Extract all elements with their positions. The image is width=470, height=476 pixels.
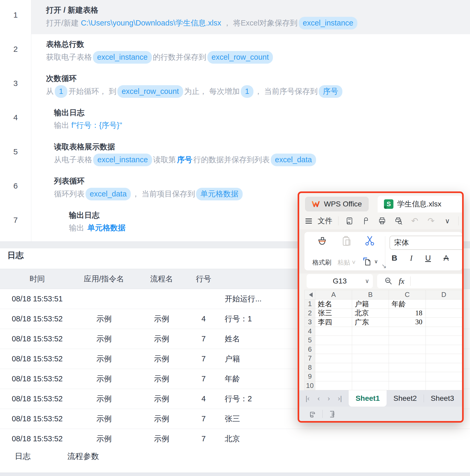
search-icon[interactable] [384, 277, 393, 286]
select-all-corner[interactable] [305, 290, 315, 300]
macro-icon[interactable] [308, 409, 317, 418]
cut-icon[interactable] [364, 235, 375, 246]
row-header[interactable]: 2 [305, 309, 315, 318]
grid-cell[interactable] [315, 363, 352, 372]
wps-home-tab[interactable]: WPS Office [305, 197, 369, 211]
grid-cell[interactable] [389, 345, 426, 354]
sheet-tab-sheet1[interactable]: Sheet1 [349, 390, 387, 407]
column-header[interactable]: C [389, 290, 426, 300]
file-menu[interactable]: 文件 [318, 216, 332, 226]
grid-cell[interactable]: 张三 [315, 309, 352, 318]
variable-pill[interactable]: 单元格数据 [196, 188, 243, 200]
step-row[interactable]: 5读取表格展示数据从电子表格excel_instance读取第序号行的数据并保存… [0, 137, 470, 171]
row-header[interactable]: 1 [305, 300, 315, 309]
grid-cell[interactable] [389, 336, 426, 345]
grid-cell[interactable]: 18 [389, 309, 426, 318]
group-expander-icon[interactable]: ↘ [381, 262, 387, 270]
variable-pill[interactable]: 1 [55, 85, 67, 98]
variable-pill[interactable]: excel_instance [299, 17, 358, 29]
grid-cell[interactable] [426, 318, 462, 327]
fx-icon[interactable]: fx [399, 277, 404, 286]
cell-name-box[interactable]: G13 ∨ [307, 274, 373, 288]
row-header[interactable]: 4 [305, 327, 315, 336]
grid-cell[interactable] [389, 381, 426, 391]
grid-cell[interactable]: 户籍 [352, 300, 389, 309]
grid-cell[interactable] [426, 300, 462, 309]
variable-pill[interactable]: 序号 [319, 85, 342, 98]
row-header[interactable]: 3 [305, 318, 315, 327]
tab-log[interactable]: 日志 [0, 444, 45, 476]
save-icon[interactable] [344, 216, 355, 225]
sheet-nav-next-icon[interactable]: › [328, 394, 330, 403]
grid-cell[interactable] [315, 327, 352, 336]
bold-button[interactable]: B [392, 254, 397, 262]
export-icon[interactable] [361, 216, 371, 225]
grid-cell[interactable] [315, 336, 352, 345]
grid-cell[interactable]: 30 [389, 318, 426, 327]
sheet-nav-prev-icon[interactable]: ‹ [317, 394, 320, 403]
print-icon[interactable] [377, 216, 387, 225]
strikethrough-button[interactable]: A [443, 254, 449, 262]
outline-icon[interactable] [328, 409, 337, 418]
grid-cell[interactable] [426, 354, 462, 363]
grid-cell[interactable] [426, 327, 462, 336]
grid-cell[interactable] [315, 372, 352, 381]
tab-flow-params[interactable]: 流程参数 [67, 444, 99, 476]
grid-cell[interactable] [315, 354, 352, 363]
variable-pill[interactable]: excel_data [271, 154, 316, 166]
step-row[interactable]: 4输出日志输出 f"行号：{序号}" [0, 103, 470, 137]
sheet-nav-last-icon[interactable]: ›| [338, 394, 342, 403]
formula-bar[interactable]: fx [377, 274, 462, 288]
format-painter-button[interactable]: 格式刷 [309, 235, 334, 268]
grid-cell[interactable] [426, 381, 462, 391]
grid-cell[interactable]: 姓名 [315, 300, 352, 309]
grid-cell[interactable]: 年龄 [389, 300, 426, 309]
step-row[interactable]: 2表格总行数获取电子表格excel_instance的行数并保存到excel_r… [0, 34, 470, 68]
grid-cell[interactable] [352, 336, 389, 345]
variable-ref[interactable]: 单元格数据 [87, 224, 126, 232]
grid-cell[interactable] [315, 345, 352, 354]
row-header[interactable]: 6 [305, 345, 315, 354]
name-box-chevron-icon[interactable]: ∨ [365, 278, 369, 285]
grid-cell[interactable] [426, 336, 462, 345]
copy-icon[interactable]: ∨ [362, 256, 378, 267]
sheet-nav-first-icon[interactable]: |‹ [306, 394, 309, 403]
variable-pill[interactable]: excel_instance [93, 154, 152, 166]
step-row[interactable]: 3次数循环从1开始循环， 到excel_row_count为止， 每次增加1， … [0, 68, 470, 103]
toolbar-expand-chevron-icon[interactable]: ∨ [442, 217, 453, 224]
font-name-box[interactable]: 宋体 [389, 236, 464, 250]
grid-cell[interactable]: 北京 [352, 309, 389, 318]
underline-button[interactable]: U [425, 254, 431, 262]
grid-cell[interactable] [426, 309, 462, 318]
grid-cell[interactable] [389, 372, 426, 381]
italic-button[interactable]: I [410, 254, 413, 262]
step-row[interactable]: 1打开 / 新建表格打开/新建 C:\Users\young\Downloads… [0, 0, 470, 34]
row-header[interactable]: 10 [305, 381, 315, 391]
variable-ref[interactable]: 序号 [177, 155, 192, 164]
row-header[interactable]: 9 [305, 372, 315, 381]
grid-cell[interactable] [352, 372, 389, 381]
column-header[interactable]: D [426, 290, 462, 300]
variable-pill[interactable]: 1 [241, 85, 253, 98]
file-path-link[interactable]: C:\Users\young\Downloads\学生信息.xlsx [81, 19, 221, 27]
grid-cell[interactable] [426, 372, 462, 381]
row-header[interactable]: 8 [305, 363, 315, 372]
variable-pill[interactable]: excel_instance [93, 51, 152, 64]
grid-cell[interactable] [426, 363, 462, 372]
grid-cell[interactable] [389, 363, 426, 372]
grid-cell[interactable] [389, 327, 426, 336]
column-header[interactable]: A [315, 290, 352, 300]
sheet-tab-sheet2[interactable]: Sheet2 [387, 390, 424, 407]
variable-pill[interactable]: excel_row_count [207, 51, 273, 64]
wps-document-tab[interactable]: S 学生信息.xlsx [378, 196, 462, 212]
grid-cell[interactable] [426, 345, 462, 354]
grid-cell[interactable] [352, 363, 389, 372]
grid-cell[interactable] [315, 381, 352, 391]
grid-cell[interactable] [352, 327, 389, 336]
grid-cell[interactable] [389, 354, 426, 363]
row-header[interactable]: 7 [305, 354, 315, 363]
grid-cell[interactable] [352, 381, 389, 391]
variable-pill[interactable]: excel_row_count [117, 85, 183, 98]
hamburger-menu-icon[interactable] [306, 221, 312, 221]
grid-cell[interactable] [352, 354, 389, 363]
